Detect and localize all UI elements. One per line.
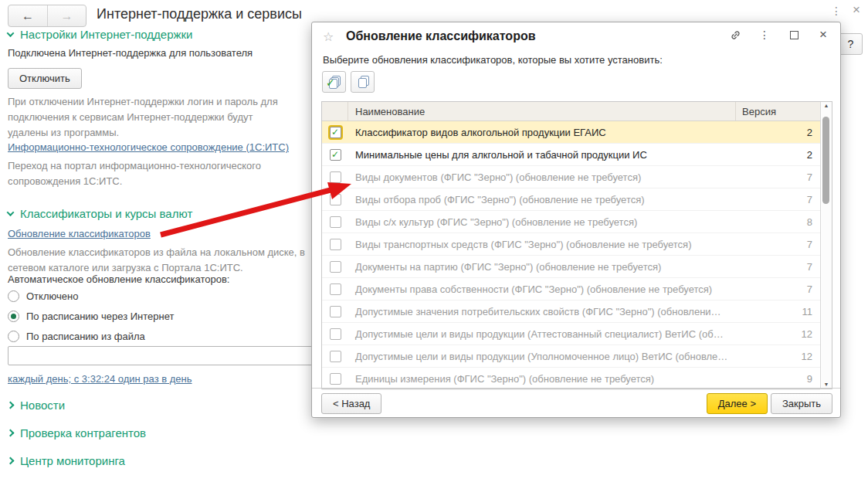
scrollbar-thumb[interactable] (822, 117, 829, 204)
section-internet-support[interactable]: Настройки Интернет-поддержки (8, 28, 192, 41)
table-row[interactable]: ✓ Документы на партию (ФГИС "Зерно") (об… (322, 256, 820, 278)
row-version: 12 (741, 328, 820, 340)
radio-option[interactable]: По расписанию из файла (8, 331, 145, 342)
row-checkbox[interactable]: ✓ (330, 283, 341, 295)
row-name: Виды отбора проб (ФГИС "Зерно") (обновле… (348, 194, 741, 205)
close-button[interactable]: Закрыть (771, 393, 832, 414)
table-row[interactable]: ✓ Допустимые цели и виды продукции (Атте… (322, 323, 820, 345)
table-row[interactable]: ✓ Допустимые значения потребительских св… (322, 300, 820, 323)
schedule-path-input[interactable] (8, 346, 314, 365)
section-title: Классификаторы и курсы валют (20, 207, 192, 220)
classifier-update-link[interactable]: Обновление классификаторов (8, 228, 151, 239)
table-row[interactable]: ✓ Допустимые цели и виды продукции (Упол… (322, 345, 820, 368)
help-button[interactable]: ? (839, 33, 863, 55)
row-version: 9 (741, 373, 820, 385)
radio-label: По расписанию из файла (26, 331, 145, 342)
table-row[interactable]: ✓ Минимальные цены для алкгольной и таба… (322, 144, 820, 166)
row-version: 7 (741, 283, 820, 295)
section-classifiers[interactable]: Классификаторы и курсы валют (8, 207, 192, 220)
back-step-button[interactable]: < Назад (321, 393, 381, 414)
radio-icon (8, 290, 19, 302)
row-checkbox[interactable]: ✓ (330, 171, 341, 183)
table-row[interactable]: ✓ Классификатор видов алкогольной продук… (322, 121, 820, 144)
name-column-header[interactable]: Наименование (348, 106, 735, 117)
radio-option[interactable]: Отключено (8, 290, 78, 302)
radio-label: По расписанию через Интернет (26, 311, 174, 322)
table-row[interactable]: ✓ Виды с/х культур (ФГИС "Зерно") (обнов… (322, 211, 820, 233)
table-scrollbar[interactable]: ▲ ▼ (820, 102, 832, 389)
row-checkbox[interactable]: ✓ (330, 328, 341, 340)
row-checkbox[interactable]: ✓ (330, 194, 341, 205)
row-checkbox[interactable]: ✓ (330, 127, 341, 138)
section-title: Новости (20, 399, 65, 412)
scroll-up-icon[interactable]: ▲ (821, 103, 832, 108)
row-checkbox[interactable]: ✓ (330, 261, 341, 273)
row-version: 11 (741, 306, 820, 317)
back-button[interactable]: ← (8, 5, 47, 26)
row-checkbox[interactable]: ✓ (330, 216, 341, 228)
table-row[interactable]: ✓ Виды отбора проб (ФГИС "Зерно") (обнов… (322, 188, 820, 211)
row-checkbox[interactable]: ✓ (330, 351, 341, 362)
row-version: 2 (741, 149, 820, 161)
row-version: 7 (741, 171, 820, 183)
dialog-footer: < Назад Далее > Закрыть (312, 388, 840, 417)
forward-button[interactable]: → (47, 5, 86, 26)
favorite-star-icon[interactable]: ☆ (323, 29, 334, 44)
check-all-button[interactable]: ✓ (322, 71, 346, 93)
collapsed-section[interactable]: Проверка контрагентов (8, 426, 146, 440)
row-version: 7 (741, 239, 820, 250)
scroll-down-icon[interactable]: ▼ (821, 382, 832, 387)
uncheck-all-button[interactable] (351, 71, 375, 93)
radio-icon (8, 331, 19, 342)
chevron-right-icon (7, 457, 15, 465)
row-name: Виды транспортных средств (ФГИС "Зерно")… (348, 239, 741, 250)
version-column-header[interactable]: Версия (735, 102, 820, 120)
classifier-note: Обновление классификаторов из файла на л… (8, 245, 317, 276)
table-row[interactable]: ✓ Виды документов (ФГИС "Зерно") (обновл… (322, 166, 820, 188)
collapsed-section[interactable]: Новости (8, 399, 65, 412)
forward-icon: → (61, 9, 73, 23)
window-menu-icon[interactable]: ⋮ (831, 5, 842, 17)
collapsed-section[interactable]: Центр мониторинга (8, 454, 125, 467)
dialog-subtitle: Выберите обновления классификаторов, кот… (323, 54, 663, 66)
schedule-link[interactable]: каждый день; с 3:32:24 один раз в день (8, 373, 192, 385)
table-row[interactable]: ✓ Единицы измерения (ФГИС "Зерно") (обно… (322, 368, 820, 390)
dialog-close-icon[interactable]: × (817, 29, 829, 41)
back-icon: ← (22, 9, 34, 23)
row-version: 12 (741, 351, 820, 362)
row-checkbox[interactable]: ✓ (330, 306, 341, 317)
row-version: 7 (741, 194, 820, 205)
row-name: Допустимые цели и виды продукции (Уполно… (348, 351, 741, 362)
chevron-down-icon (7, 209, 15, 216)
table-row[interactable]: ✓ Виды транспортных средств (ФГИС "Зерно… (322, 233, 820, 256)
auto-update-label: Автоматическое обновление классификаторо… (8, 273, 229, 285)
checkbox-column-header[interactable] (322, 102, 348, 120)
row-checkbox[interactable]: ✓ (330, 149, 341, 161)
screen: ← → Интернет-поддержка и сервисы ⋮ × ? Н… (0, 0, 868, 482)
disconnect-note: При отключении Интернет-поддержки логин … (8, 94, 292, 141)
chevron-down-icon (7, 29, 15, 37)
next-button[interactable]: Далее > (707, 393, 768, 414)
page-title: Интернет-поддержка и сервисы (97, 6, 302, 22)
row-version: 7 (741, 261, 820, 273)
connected-status-text: Подключена Интернет-поддержка для пользо… (8, 47, 253, 59)
dialog-menu-icon[interactable]: ⋮ (758, 29, 771, 41)
disconnect-button[interactable]: Отключить (8, 68, 82, 89)
check-all-icon: ✓ (326, 76, 335, 89)
its-link[interactable]: Информационно-технологическое сопровожде… (8, 141, 289, 153)
row-checkbox[interactable]: ✓ (330, 239, 341, 250)
row-checkbox[interactable]: ✓ (330, 373, 341, 385)
window-close-icon[interactable]: × (853, 2, 860, 18)
table-header: Наименование Версия (322, 102, 820, 121)
maximize-icon[interactable] (788, 29, 800, 41)
get-link-icon[interactable] (729, 29, 741, 41)
dialog-title: Обновление классификаторов (346, 29, 536, 43)
row-name: Виды с/х культур (ФГИС "Зерно") (обновле… (348, 216, 741, 228)
table-row[interactable]: ✓ Документы права собственности (ФГИС "З… (322, 278, 820, 300)
radio-icon (8, 311, 19, 322)
row-version: 2 (741, 127, 820, 138)
radio-option[interactable]: По расписанию через Интернет (8, 311, 174, 322)
row-name: Классификатор видов алкогольной продукци… (348, 127, 741, 138)
row-name: Документы на партию (ФГИС "Зерно") (обно… (348, 261, 741, 273)
chevron-right-icon (7, 429, 15, 437)
